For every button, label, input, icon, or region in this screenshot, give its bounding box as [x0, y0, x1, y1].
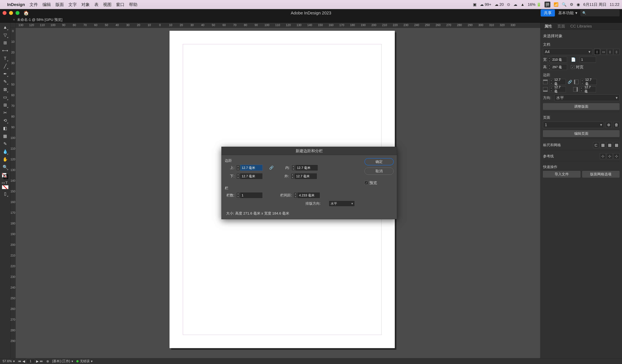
fill-stroke-swatch[interactable]: [2, 173, 8, 179]
cloud-icon[interactable]: ☁: [513, 2, 517, 7]
document-tab[interactable]: × 未命名-1 @ 58% [GPU 预览]: [13, 17, 62, 22]
formatting-container-icon[interactable]: ▭: [2, 181, 5, 184]
status-icon-3[interactable]: ▲: [521, 2, 525, 7]
direct-selection-tool[interactable]: ▽: [2, 32, 8, 38]
margin-top-input[interactable]: ▴▾12.7 毫: [550, 79, 566, 85]
margin-outer-field[interactable]: ▴▾ 12.7 毫米: [291, 173, 317, 179]
guide-icon-1[interactable]: ⊹: [600, 153, 606, 159]
scissors-tool[interactable]: ✂: [2, 109, 8, 116]
status-icon-2[interactable]: ⊙: [507, 2, 510, 7]
tab-properties[interactable]: 属性: [544, 24, 552, 29]
menu-table[interactable]: 表: [94, 2, 98, 7]
adjust-layout-button[interactable]: 调整版面: [543, 103, 619, 110]
orientation-dropdown[interactable]: 水平: [554, 94, 619, 101]
workspace-dropdown[interactable]: 基本功能▾: [558, 10, 577, 16]
close-tab-icon[interactable]: ×: [13, 18, 15, 22]
expand-icon[interactable]: ⊕: [46, 359, 49, 363]
pages-input[interactable]: 1: [580, 57, 596, 62]
search-input[interactable]: [581, 10, 619, 16]
orientation-landscape-icon[interactable]: ▭: [601, 49, 606, 55]
rectangle-tool[interactable]: ▭: [2, 94, 8, 100]
width-input[interactable]: ▴▾210 毫: [548, 57, 567, 62]
share-button[interactable]: 共享: [541, 9, 555, 17]
facing-pages-checkbox[interactable]: ✓对页: [571, 64, 583, 70]
margin-inner-field[interactable]: ▴▾ 12.7 毫米: [292, 165, 318, 171]
ruler-icon[interactable]: ⊏: [593, 142, 599, 148]
page-number-input[interactable]: 1: [26, 359, 35, 364]
date-display[interactable]: 6月11日 周日: [583, 2, 606, 7]
direction-select[interactable]: 水平: [329, 201, 355, 206]
pen-tool[interactable]: ✒: [2, 71, 8, 77]
binding-right-icon[interactable]: ▯: [614, 49, 619, 55]
tab-pages[interactable]: 页面: [557, 24, 565, 29]
type-tool[interactable]: T: [2, 55, 8, 62]
new-page-icon[interactable]: ⊕: [606, 122, 612, 128]
delete-page-icon[interactable]: 🗑: [614, 122, 619, 128]
window-maximize-button[interactable]: [16, 11, 19, 15]
preset-display[interactable]: [基本] (工作) ▾: [52, 359, 73, 363]
rectangle-frame-tool[interactable]: ⊠: [2, 86, 8, 93]
first-page-icon[interactable]: ⏮: [18, 359, 21, 363]
menu-edit[interactable]: 编辑: [42, 2, 51, 7]
zoom-tool[interactable]: 🔍: [2, 164, 8, 170]
gutter-field[interactable]: ▴▾ 4.233 毫米: [293, 192, 320, 198]
search-icon[interactable]: 🔍: [562, 2, 566, 7]
app-menu[interactable]: InDesign: [7, 2, 25, 7]
margin-bottom-input[interactable]: ▴▾12.7 毫: [550, 87, 566, 92]
window-minimize-button[interactable]: [9, 11, 13, 15]
line-tool[interactable]: ╱: [2, 63, 8, 69]
hand-tool[interactable]: ✋: [2, 156, 8, 163]
note-tool[interactable]: ✎: [2, 141, 8, 147]
cancel-button[interactable]: 取消: [365, 168, 394, 175]
page-tool[interactable]: ⊞: [2, 39, 8, 46]
margin-right-input[interactable]: ▴▾12.7 毫: [580, 87, 596, 92]
menu-layout[interactable]: 版面: [56, 2, 64, 7]
margin-top-field[interactable]: ▴▾ 12.7 毫米: [236, 165, 263, 171]
time-display[interactable]: 11:22: [610, 2, 619, 7]
gradient-swatch-tool[interactable]: ◧: [2, 125, 8, 131]
binding-left-icon[interactable]: ▯: [607, 49, 613, 55]
grid-icon-1[interactable]: ▦: [600, 142, 606, 148]
siri-icon[interactable]: ◉: [577, 2, 580, 7]
menu-type[interactable]: 文字: [68, 2, 77, 7]
qq-icon[interactable]: ☁ 20: [495, 2, 504, 7]
menu-window[interactable]: 窗口: [116, 2, 124, 7]
errors-display[interactable]: 无错误: [80, 359, 90, 363]
input-method-icon[interactable]: 拼: [544, 2, 550, 7]
wechat-icon[interactable]: ☁ 99+: [480, 2, 491, 7]
grid-icon-3[interactable]: ▦: [614, 142, 619, 148]
page-dropdown[interactable]: 1: [543, 122, 604, 128]
margin-bottom-field[interactable]: ▴▾ 12.7 毫米: [236, 173, 263, 179]
grid-icon-2[interactable]: ▦: [607, 142, 613, 148]
eyedropper-tool[interactable]: 💧: [2, 148, 8, 155]
prev-page-icon[interactable]: ◀: [22, 359, 25, 363]
status-icon-1[interactable]: ▣: [473, 2, 477, 7]
gradient-feather-tool[interactable]: ▦: [2, 133, 8, 139]
margin-left-input[interactable]: ▴▾12.7 毫: [581, 79, 597, 85]
window-close-button[interactable]: [3, 11, 6, 15]
import-file-button[interactable]: 导入文件: [543, 171, 580, 178]
wifi-icon[interactable]: 📶: [554, 2, 559, 7]
table-tool[interactable]: ⊞: [2, 102, 8, 108]
apply-none-swatch[interactable]: [2, 185, 8, 189]
edit-pages-button[interactable]: 编辑页面: [543, 130, 619, 137]
free-transform-tool[interactable]: ⟲: [2, 117, 8, 124]
menu-object[interactable]: 对象: [81, 2, 90, 7]
tab-cc-libraries[interactable]: CC Libraries: [570, 24, 592, 29]
grid-options-button[interactable]: 版面网格选项: [582, 171, 620, 178]
selection-tool[interactable]: ▲: [2, 24, 8, 30]
menu-help[interactable]: 帮助: [129, 2, 137, 7]
height-input[interactable]: ▴▾297 毫: [548, 64, 567, 70]
last-page-icon[interactable]: ⏭: [40, 359, 43, 363]
ok-button[interactable]: 确定: [365, 158, 394, 165]
screen-mode-tool[interactable]: ▯: [2, 190, 8, 197]
preview-checkbox[interactable]: ✓预览: [365, 180, 394, 185]
zoom-display[interactable]: 57.6% ▾: [3, 359, 15, 363]
menu-file[interactable]: 文件: [29, 2, 38, 7]
next-page-icon[interactable]: ▶: [36, 359, 39, 363]
menu-view[interactable]: 视图: [103, 2, 112, 7]
formatting-text-icon[interactable]: T: [5, 181, 9, 184]
link-margins-dialog-icon[interactable]: 🔗: [269, 166, 273, 170]
guide-icon-3[interactable]: ⊹: [614, 153, 619, 159]
link-margins-icon[interactable]: 🔗: [568, 80, 572, 84]
